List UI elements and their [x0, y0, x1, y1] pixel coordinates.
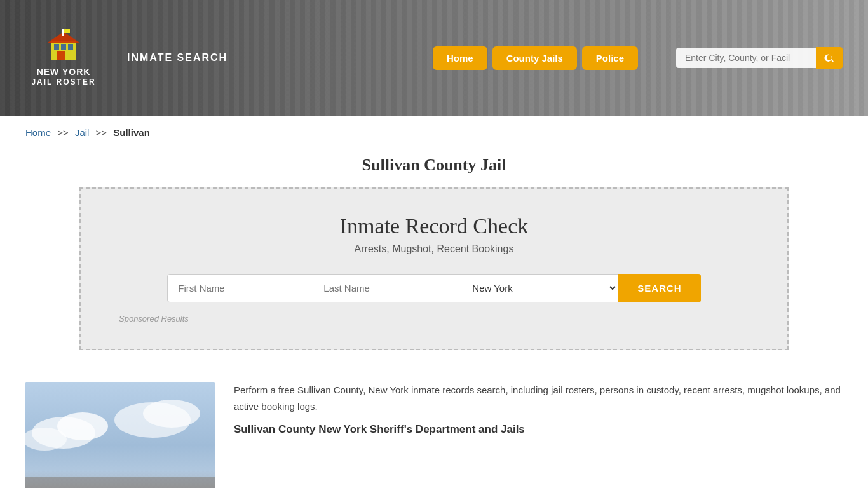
svg-rect-2: [61, 44, 66, 50]
nav-area: Home County Jails Police: [433, 46, 638, 70]
nav-home-button[interactable]: Home: [433, 46, 487, 70]
header-search-area: [676, 47, 843, 69]
page-title: Sullivan County Jail: [0, 156, 868, 175]
nav-county-jails-button[interactable]: County Jails: [492, 46, 577, 70]
breadcrumb: Home >> Jail >> Sullivan: [0, 116, 868, 149]
svg-point-13: [143, 400, 200, 428]
nav-police-button[interactable]: Police: [582, 46, 638, 70]
content-image: [25, 382, 215, 488]
logo-text: NEW YORK JAIL ROSTER: [31, 66, 95, 88]
breadcrumb-sep2: >>: [96, 127, 107, 138]
record-check-section: Inmate Record Check Arrests, Mugshot, Re…: [79, 187, 789, 350]
svg-rect-6: [62, 29, 64, 36]
breadcrumb-home-link[interactable]: Home: [25, 127, 51, 138]
svg-rect-7: [64, 29, 70, 33]
svg-rect-14: [25, 477, 215, 488]
last-name-input[interactable]: [313, 274, 459, 302]
breadcrumb-current: Sullivan: [113, 127, 150, 138]
first-name-input[interactable]: [167, 274, 313, 302]
content-description: Perform a free Sullivan County, New York…: [234, 382, 843, 414]
svg-rect-3: [68, 44, 73, 50]
content-text: Perform a free Sullivan County, New York…: [234, 382, 843, 439]
site-header: NEW YORK JAIL ROSTER INMATE SEARCH Home …: [0, 0, 868, 116]
content-subtitle: Sullivan County New York Sheriff's Depar…: [234, 421, 843, 439]
svg-rect-1: [54, 44, 59, 50]
state-select[interactable]: AlabamaAlaskaArizonaArkansasCaliforniaCo…: [459, 274, 618, 302]
record-check-title: Inmate Record Check: [93, 214, 775, 238]
inmate-search-label: INMATE SEARCH: [127, 52, 227, 64]
record-form: AlabamaAlaskaArizonaArkansasCaliforniaCo…: [93, 274, 775, 302]
search-icon: [824, 52, 835, 64]
site-logo[interactable]: NEW YORK JAIL ROSTER: [25, 29, 102, 88]
svg-rect-4: [57, 51, 65, 60]
header-search-input[interactable]: [676, 48, 816, 68]
sponsored-results-label: Sponsored Results: [93, 302, 775, 323]
content-section: Perform a free Sullivan County, New York…: [0, 369, 868, 488]
header-search-button[interactable]: [816, 47, 843, 69]
content-image-svg: [25, 382, 215, 488]
breadcrumb-sep1: >>: [57, 127, 69, 138]
record-search-button[interactable]: SEARCH: [618, 274, 700, 302]
record-check-subtitle: Arrests, Mugshot, Recent Bookings: [93, 243, 775, 255]
breadcrumb-jail-link[interactable]: Jail: [75, 127, 90, 138]
